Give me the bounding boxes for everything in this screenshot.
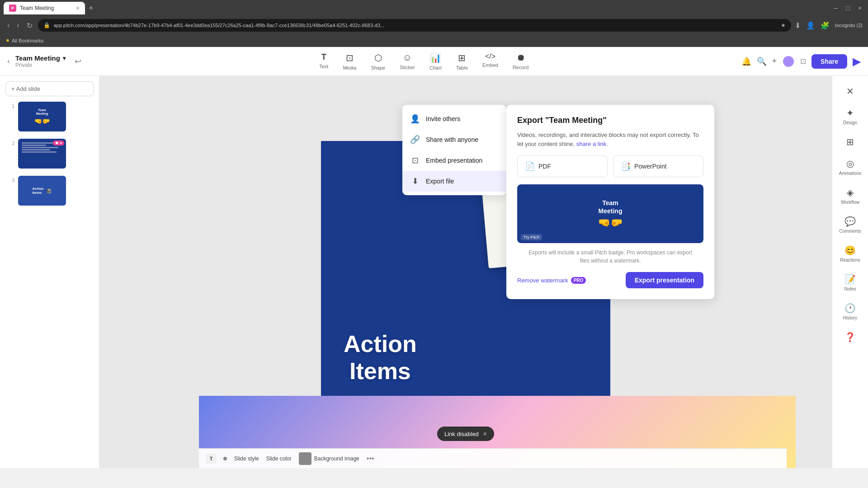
slide-thumbnail-1: TeamMeeting 🤜🤛 xyxy=(18,102,66,131)
present-icon[interactable]: ⊡ xyxy=(800,57,806,66)
remove-watermark-btn[interactable]: Remove watermark PRO xyxy=(517,277,586,284)
pdf-format-btn[interactable]: 📄 PDF xyxy=(517,155,608,177)
pptx-icon: 📑 xyxy=(621,161,631,171)
header-left: ‹ Team Meeting ▾ Private ↩ xyxy=(7,54,107,68)
export-description: Videos, recordings, and interactive bloc… xyxy=(517,131,703,148)
maximize-btn[interactable]: □ xyxy=(843,4,852,13)
bookmark-star-icon: ★ xyxy=(5,38,10,43)
right-history-btn[interactable]: 🕐 History xyxy=(834,298,867,325)
canvas-area: 📔 ActionItems T Slide style xyxy=(99,76,832,468)
right-comments-btn[interactable]: 💬 Comments xyxy=(834,211,867,239)
pptx-format-btn[interactable]: 📑 PowerPoint xyxy=(613,155,703,177)
share-link-text[interactable]: share a link. xyxy=(576,141,608,147)
presentation-info: Team Meeting ▾ Private xyxy=(15,54,66,68)
slide-thumbnail-3: ActionItems 📓 xyxy=(18,176,66,206)
notifications-icon[interactable]: 🔔 xyxy=(741,56,751,66)
tool-chart[interactable]: 📊 Chart xyxy=(424,50,447,73)
slide-number-1: 1 xyxy=(7,103,14,109)
right-workflow-btn[interactable]: ◈ Workflow xyxy=(834,183,867,210)
search-icon[interactable]: 🔍 xyxy=(757,56,767,66)
export-presentation-btn[interactable]: Export presentation xyxy=(626,272,703,288)
share-anyone-label: Share with anyone xyxy=(426,136,478,143)
tool-embed[interactable]: </> Embed xyxy=(477,50,504,73)
refresh-btn[interactable]: ↻ xyxy=(25,19,34,32)
nav-icons: ⬇ 👤 🧩 Incognito (2) xyxy=(795,21,863,30)
preview-image: Team Meeting 🤜🤛 Try Pitch xyxy=(517,184,703,243)
text-tool-label: Text xyxy=(319,64,328,69)
right-reactions-btn[interactable]: 😊 Reactions xyxy=(834,240,867,267)
browser-nav: ‹ › ↻ 🔒 app.pitch.com/app/presentation/4… xyxy=(0,16,868,34)
history-icon: 🕐 xyxy=(844,303,856,314)
add-icon[interactable]: + xyxy=(772,56,777,66)
reactions-label: Reactions xyxy=(840,258,860,263)
tool-media[interactable]: ⊡ Media xyxy=(337,50,362,73)
app: ‹ Team Meeting ▾ Private ↩ T Text ⊡ Medi… xyxy=(0,47,868,468)
design-icon: ✦ xyxy=(846,108,854,118)
history-label: History xyxy=(843,315,857,321)
table-tool-label: Table xyxy=(456,65,468,70)
forward-nav-btn[interactable]: › xyxy=(15,19,21,31)
right-layout-btn[interactable]: ⊞ xyxy=(834,132,867,152)
export-item[interactable]: ⬇ Export file xyxy=(402,171,506,192)
slide-item-2[interactable]: 2 ⏺ ● xyxy=(5,137,94,170)
notes-icon: 📝 xyxy=(844,274,856,285)
chart-tool-icon: 📊 xyxy=(430,52,441,63)
slide-1-title: TeamMeeting xyxy=(36,108,48,116)
address-text: app.pitch.com/app/presentation/4b74b27e-… xyxy=(54,23,777,28)
privacy-label: Private xyxy=(15,62,66,68)
tool-shape[interactable]: ⬡ Shape xyxy=(365,50,391,73)
avatar-1 xyxy=(782,55,795,68)
close-panel-icon: ✕ xyxy=(846,86,854,97)
slide-number-2: 2 xyxy=(7,141,14,146)
share-link-item[interactable]: 🔗 Share with anyone xyxy=(402,129,506,150)
remove-watermark-label: Remove watermark xyxy=(517,277,568,284)
download-icon[interactable]: ⬇ xyxy=(795,21,801,30)
browser-tab[interactable]: P Team Meeting × xyxy=(4,2,85,14)
export-formats: 📄 PDF 📑 PowerPoint xyxy=(517,155,703,177)
right-design-btn[interactable]: ✦ Design xyxy=(834,103,867,130)
new-tab-btn[interactable]: + xyxy=(89,4,94,13)
tool-record[interactable]: ⏺ Record xyxy=(507,50,534,73)
undo-btn[interactable]: ↩ xyxy=(75,56,81,66)
right-help-btn[interactable]: ❓ xyxy=(834,327,867,347)
extensions-icon[interactable]: 🧩 xyxy=(821,21,830,30)
toolbar: T Text ⊡ Media ⬡ Shape ☺ Sticker 📊 Chart… xyxy=(114,50,734,73)
presentation-name: Team Meeting ▾ xyxy=(15,54,66,62)
back-btn[interactable]: ‹ xyxy=(7,56,10,66)
export-label: Export file xyxy=(426,178,454,185)
toast-message: Link disabled xyxy=(444,431,479,437)
pdf-icon: 📄 xyxy=(525,161,535,171)
tab-close-btn[interactable]: × xyxy=(76,5,80,12)
title-chevron-icon[interactable]: ▾ xyxy=(63,55,66,61)
slide-1-graphic: 🤜🤛 xyxy=(34,117,50,125)
bookmark-all[interactable]: ★ All Bookmarks xyxy=(5,38,43,43)
tool-table[interactable]: ⊞ Table xyxy=(451,50,473,73)
slide-item-1[interactable]: 1 TeamMeeting 🤜🤛 xyxy=(5,100,94,133)
preview-hands: 🤜🤛 xyxy=(598,217,623,229)
share-button[interactable]: Share xyxy=(811,54,847,69)
tool-text[interactable]: T Text xyxy=(314,50,334,73)
reactions-icon: 😊 xyxy=(844,245,856,256)
tool-sticker[interactable]: ☺ Sticker xyxy=(394,50,420,73)
slide-number-3: 3 xyxy=(7,178,14,183)
right-notes-btn[interactable]: 📝 Notes xyxy=(834,269,867,296)
share-invite-item[interactable]: 👤 Invite others xyxy=(402,108,506,129)
play-button[interactable]: ▶ xyxy=(853,55,861,68)
back-nav-btn[interactable]: ‹ xyxy=(5,19,11,31)
toast-close-btn[interactable]: × xyxy=(483,430,487,437)
right-close-btn[interactable]: ✕ xyxy=(834,81,867,101)
add-slide-button[interactable]: + Add slide xyxy=(5,81,94,96)
link-icon: 🔗 xyxy=(410,135,420,145)
right-animations-btn[interactable]: ◎ Animations xyxy=(834,154,867,181)
minimize-btn[interactable]: ─ xyxy=(830,4,840,13)
close-btn[interactable]: × xyxy=(855,4,864,13)
export-title: Export "Team Meeting" xyxy=(517,116,703,125)
profile-icon[interactable]: 👤 xyxy=(806,21,815,30)
slide-item-3[interactable]: 3 ActionItems 📓 xyxy=(5,174,94,207)
embed-item[interactable]: ⊡ Embed presentation xyxy=(402,150,506,171)
toast-notification: Link disabled × xyxy=(437,427,494,441)
export-panel: Export "Team Meeting" Videos, recordings… xyxy=(506,105,714,299)
bookmarks-label: All Bookmarks xyxy=(12,38,43,43)
record-tool-icon: ⏺ xyxy=(516,52,525,63)
address-bar[interactable]: 🔒 app.pitch.com/app/presentation/4b74b27… xyxy=(38,19,791,32)
